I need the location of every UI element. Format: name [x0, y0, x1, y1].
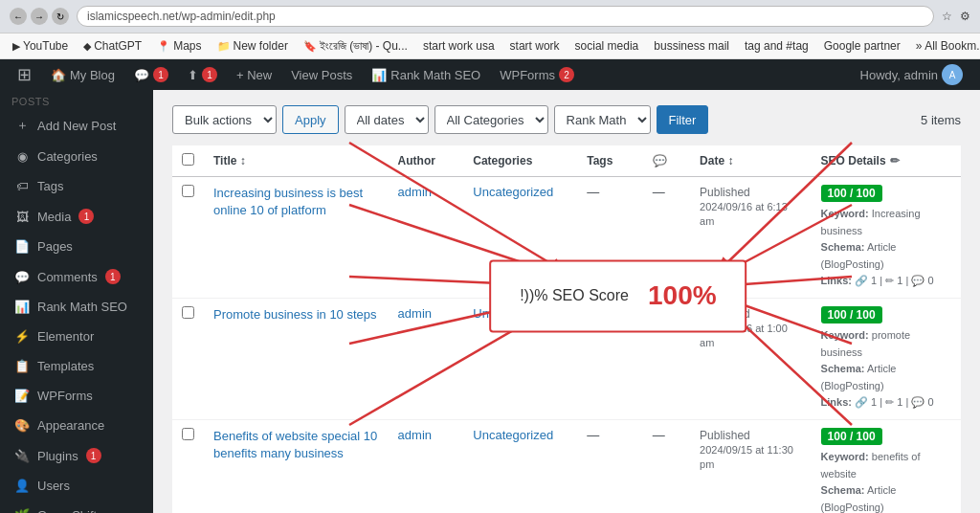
- refresh-button[interactable]: ↻: [52, 8, 69, 25]
- th-title[interactable]: Title ↕: [204, 145, 389, 177]
- bookmark-youtube[interactable]: ▶YouTube: [8, 37, 73, 55]
- bookmark-bangla[interactable]: 🔖ইংরেজি (ভাষা) - Qu...: [299, 37, 412, 55]
- post-title-link[interactable]: Increasing business is best online 10 of…: [213, 186, 363, 217]
- th-seo: SEO Details ✏: [812, 145, 961, 177]
- table-row: Benefits of website special 10 benefits …: [172, 419, 961, 513]
- author-link[interactable]: admin: [398, 428, 432, 442]
- new-item-bar[interactable]: + New: [227, 59, 281, 90]
- sidebar-item-users[interactable]: 👤 Users: [0, 471, 153, 501]
- bookmark-all[interactable]: » All Bookm...: [911, 37, 980, 55]
- back-button[interactable]: ←: [10, 8, 27, 25]
- rank-math-bar[interactable]: 📊 Rank Math SEO: [362, 59, 490, 90]
- row-comments: —: [643, 298, 690, 419]
- row-seo: 100 / 100 Keyword: Increasing business S…: [812, 177, 961, 299]
- bookmark-google[interactable]: Google partner: [819, 37, 905, 55]
- sidebar-item-wpforms[interactable]: 📝 WPForms: [0, 381, 153, 411]
- forward-button[interactable]: →: [31, 8, 48, 25]
- bookmark-social[interactable]: social media: [570, 37, 644, 55]
- view-posts-bar[interactable]: View Posts: [281, 59, 362, 90]
- all-categories-select[interactable]: All Categories: [434, 105, 548, 134]
- row-checkbox[interactable]: [182, 185, 194, 197]
- category-link[interactable]: Uncategorized: [473, 306, 553, 321]
- sidebar-item-tags[interactable]: 🏷 Tags: [0, 171, 153, 201]
- apply-button[interactable]: Apply: [282, 105, 339, 134]
- post-title-link[interactable]: Benefits of website special 10 benefits …: [213, 429, 377, 460]
- posts-section-label: Posts: [0, 90, 153, 109]
- row-check: [172, 177, 204, 299]
- sidebar-item-categories-label: Categories: [37, 149, 98, 164]
- sidebar-item-add-new[interactable]: ＋ Add New Post: [0, 109, 153, 142]
- media-badge: 1: [78, 209, 94, 224]
- seo-score-badge: 100 / 100: [821, 428, 882, 445]
- sidebar-item-greenshift[interactable]: 🌿 GreenShift: [0, 501, 153, 513]
- row-category: Uncategorized: [463, 419, 577, 513]
- bookmark-tags[interactable]: tag and #tag: [740, 37, 813, 55]
- pages-icon: 📄: [14, 239, 30, 254]
- wp-main: Posts ＋ Add New Post ◉ Categories 🏷 Tags…: [0, 90, 980, 513]
- sidebar-item-elementor[interactable]: ⚡ Elementor: [0, 322, 153, 351]
- updates-bar-item[interactable]: ⬆ 1: [178, 59, 227, 90]
- seo-edit-icon[interactable]: ✏: [890, 154, 900, 167]
- row-checkbox[interactable]: [182, 428, 194, 440]
- sidebar-item-appearance-label: Appearance: [37, 418, 104, 433]
- sidebar-item-plugins[interactable]: 🔌 Plugins 1: [0, 440, 153, 471]
- post-title-link[interactable]: Promote business in 10 steps: [213, 307, 377, 322]
- sidebar-item-appearance[interactable]: 🎨 Appearance: [0, 411, 153, 440]
- bookmarks-bar: ▶YouTube ◆ChatGPT 📍Maps 📁New folder 🔖ইংর…: [0, 33, 980, 59]
- wpforms-icon: 📝: [14, 389, 30, 403]
- sidebar-item-rankmath-label: Rank Math SEO: [37, 300, 127, 314]
- row-author: admin: [389, 298, 464, 419]
- wpforms-bar[interactable]: WPForms 2: [490, 59, 584, 90]
- select-all-checkbox[interactable]: [182, 153, 194, 166]
- content-area: Bulk actions Apply All dates All Categor…: [153, 90, 980, 513]
- site-name-bar[interactable]: 🏠 My Blog: [41, 59, 124, 90]
- users-icon: 👤: [14, 479, 30, 493]
- sidebar-item-add-new-label: Add New Post: [37, 119, 116, 133]
- sidebar-item-templates[interactable]: 📋 Templates: [0, 351, 153, 381]
- category-link[interactable]: Uncategorized: [473, 428, 553, 442]
- author-link[interactable]: admin: [398, 185, 432, 199]
- url-bar[interactable]: islamicspeech.net/wp-admin/edit.php: [77, 6, 934, 27]
- bookmark-bizmail[interactable]: bussiness mail: [649, 37, 734, 55]
- bookmark-newfolder[interactable]: 📁New folder: [212, 37, 293, 55]
- table-header-row: Title ↕ Author Categories Tags 💬 Date ↕ …: [172, 145, 961, 177]
- sidebar-item-comments[interactable]: 💬 Comments 1: [0, 261, 153, 292]
- categories-icon: ◉: [14, 149, 30, 164]
- rank-math-icon: 📊: [371, 68, 387, 82]
- bookmark-chatgpt[interactable]: ◆ChatGPT: [78, 37, 146, 55]
- rank-math-select[interactable]: Rank Math: [554, 105, 651, 134]
- sidebar-item-categories[interactable]: ◉ Categories: [0, 142, 153, 171]
- wp-logo[interactable]: ⊞: [8, 59, 41, 90]
- posts-table: Title ↕ Author Categories Tags 💬 Date ↕ …: [172, 145, 961, 513]
- th-check: [172, 145, 204, 177]
- seo-details-info: Keyword: benefits of website Schema: Art…: [821, 449, 951, 513]
- sidebar-item-media[interactable]: 🖼 Media 1: [0, 201, 153, 232]
- bookmark-startwork[interactable]: start work: [505, 37, 565, 55]
- howdy-bar[interactable]: Howdy, admin A: [851, 59, 972, 90]
- date-status: Published: [700, 186, 750, 199]
- plugins-icon: 🔌: [14, 449, 30, 463]
- bookmark-maps[interactable]: 📍Maps: [152, 37, 206, 55]
- comments-bar-item[interactable]: 💬 1: [124, 59, 178, 90]
- sidebar-item-pages[interactable]: 📄 Pages: [0, 232, 153, 261]
- row-checkbox[interactable]: [182, 306, 194, 319]
- browser-nav[interactable]: ← → ↻: [10, 8, 69, 25]
- updates-badge: 1: [202, 67, 217, 82]
- author-link[interactable]: admin: [398, 306, 432, 321]
- bulk-actions-select[interactable]: Bulk actions: [172, 105, 277, 134]
- category-link[interactable]: Uncategorized: [473, 185, 553, 199]
- row-check: [172, 298, 204, 419]
- sidebar-item-rankmath[interactable]: 📊 Rank Math SEO: [0, 292, 153, 322]
- sidebar-item-pages-label: Pages: [37, 239, 73, 254]
- plugins-badge: 1: [86, 448, 101, 463]
- table-row: Increasing business is best online 10 of…: [172, 177, 961, 299]
- row-check: [172, 419, 204, 513]
- filter-button[interactable]: Filter: [657, 105, 709, 134]
- th-date[interactable]: Date ↕: [690, 145, 812, 177]
- all-dates-select[interactable]: All dates: [345, 105, 429, 134]
- rank-math-label: Rank Math SEO: [390, 68, 480, 82]
- row-seo: 100 / 100 Keyword: promote business Sche…: [812, 298, 961, 419]
- date-sort[interactable]: Date ↕: [700, 154, 733, 167]
- title-sort[interactable]: Title ↕: [213, 154, 246, 167]
- bookmark-startusa[interactable]: start work usa: [418, 37, 500, 55]
